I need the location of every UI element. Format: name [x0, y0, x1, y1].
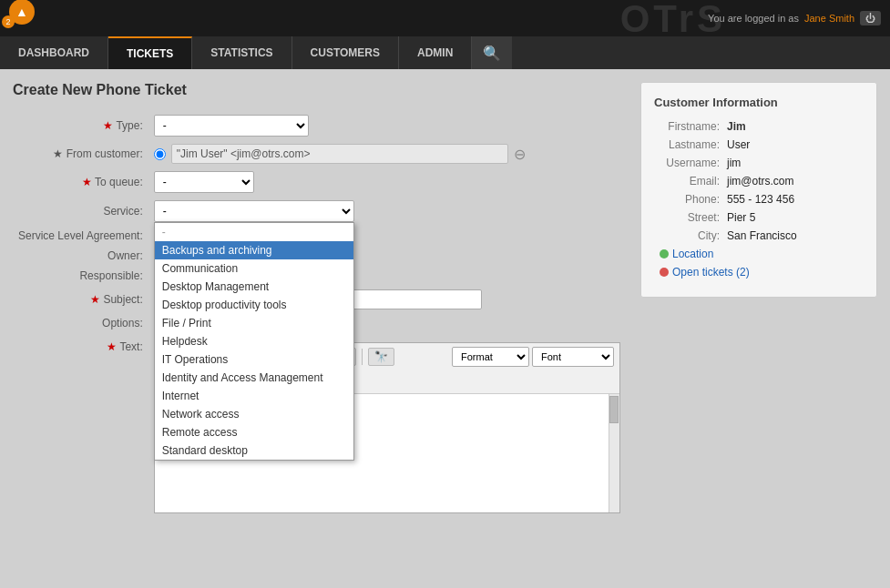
text-label: ★ Text:: [13, 333, 148, 517]
dropdown-item-identity[interactable]: Identity and Access Management: [155, 369, 353, 387]
format-select[interactable]: Format Normal Heading 1: [452, 347, 529, 367]
location-row: Location: [660, 248, 864, 260]
sla-label: Service Level Agreement:: [13, 226, 148, 246]
customer-radio[interactable]: [154, 148, 166, 160]
font-select[interactable]: Font Arial: [532, 347, 614, 367]
remove-customer-button[interactable]: ⊖: [514, 146, 526, 163]
customer-label: ★ From customer:: [13, 140, 148, 167]
firstname-value: Jim: [727, 120, 746, 133]
service-select[interactable]: -: [154, 200, 354, 222]
dropdown-item-standard[interactable]: Standard desktop: [155, 441, 353, 460]
queue-select[interactable]: -: [154, 171, 254, 193]
street-label: Street:: [654, 211, 727, 224]
email-label: Email:: [654, 175, 727, 188]
dropdown-item-communication[interactable]: Communication: [155, 259, 353, 278]
subject-label: ★ Subject:: [13, 286, 148, 313]
phone-label: Phone:: [654, 193, 727, 206]
search-icon: 🔍: [483, 45, 501, 62]
toolbar-divider2: [362, 349, 363, 365]
logged-in-text: You are logged in as: [708, 13, 799, 24]
city-value: San Francisco: [727, 229, 797, 242]
editor-scrollbar[interactable]: [609, 394, 619, 512]
customer-info-panel: Customer Information Firstname: Jim Last…: [640, 82, 877, 298]
username-display: Jane Smith: [804, 13, 854, 24]
nav-admin[interactable]: ADMIN: [399, 36, 472, 69]
user-info: You are logged in as Jane Smith ⏻: [708, 11, 881, 25]
service-label: Service:: [13, 197, 148, 226]
responsible-label: Responsible:: [13, 266, 148, 286]
options-label: Options:: [13, 313, 148, 333]
search-button[interactable]: 🔍: [472, 36, 512, 69]
open-tickets-icon: [660, 268, 669, 277]
type-label: ★ Type:: [13, 111, 148, 140]
dropdown-item-backups[interactable]: Backups and archiving: [155, 241, 353, 259]
customer-info-title: Customer Information: [654, 96, 864, 109]
dropdown-item-internet[interactable]: Internet: [155, 387, 353, 405]
service-dropdown: - Backups and archiving Communication De…: [154, 222, 354, 461]
username-value: jim: [727, 157, 741, 169]
scroll-thumb: [609, 396, 619, 423]
location-icon: [660, 249, 669, 259]
username-label: Username:: [654, 157, 727, 169]
nav-tickets[interactable]: TICKETS: [108, 36, 192, 69]
page-title: Create New Phone Ticket: [13, 82, 626, 98]
nav-customers[interactable]: CUSTOMERS: [292, 36, 399, 69]
dropdown-item-blank[interactable]: -: [155, 223, 353, 241]
dropdown-item-desktop-mgmt[interactable]: Desktop Management: [155, 278, 353, 296]
type-required: ★: [103, 119, 113, 132]
lastname-value: User: [727, 138, 750, 151]
phone-value: 555 - 123 456: [727, 193, 794, 206]
dropdown-item-network[interactable]: Network access: [155, 405, 353, 423]
customer-input[interactable]: [171, 144, 508, 164]
city-label: City:: [654, 229, 727, 242]
open-tickets-link[interactable]: Open tickets (2): [672, 266, 750, 279]
lastname-label: Lastname:: [654, 138, 727, 151]
type-select[interactable]: -: [154, 115, 309, 137]
notification-badge: 2: [2, 15, 15, 28]
logout-button[interactable]: ⏻: [860, 11, 881, 25]
dropdown-item-helpdesk[interactable]: Helpdesk: [155, 332, 353, 350]
nav-dashboard[interactable]: DASHBOARD: [0, 36, 108, 69]
street-value: Pier 5: [727, 211, 755, 224]
dropdown-item-remote[interactable]: Remote access: [155, 423, 353, 441]
email-value: jim@otrs.com: [727, 175, 794, 188]
queue-label: ★ To queue:: [13, 167, 148, 197]
search-replace-button[interactable]: 🔭: [368, 348, 394, 366]
dropdown-item-it-ops[interactable]: IT Operations: [155, 350, 353, 369]
navbar: DASHBOARD TICKETS STATISTICS CUSTOMERS A…: [0, 36, 890, 69]
dropdown-item-desktop-prod[interactable]: Desktop productivity tools: [155, 296, 353, 314]
nav-statistics[interactable]: STATISTICS: [192, 36, 292, 69]
owner-label: Owner:: [13, 246, 148, 266]
location-link[interactable]: Location: [672, 248, 713, 260]
firstname-label: Firstname:: [654, 120, 727, 133]
dropdown-item-file-print[interactable]: File / Print: [155, 314, 353, 332]
open-tickets-row: Open tickets (2): [660, 266, 864, 279]
